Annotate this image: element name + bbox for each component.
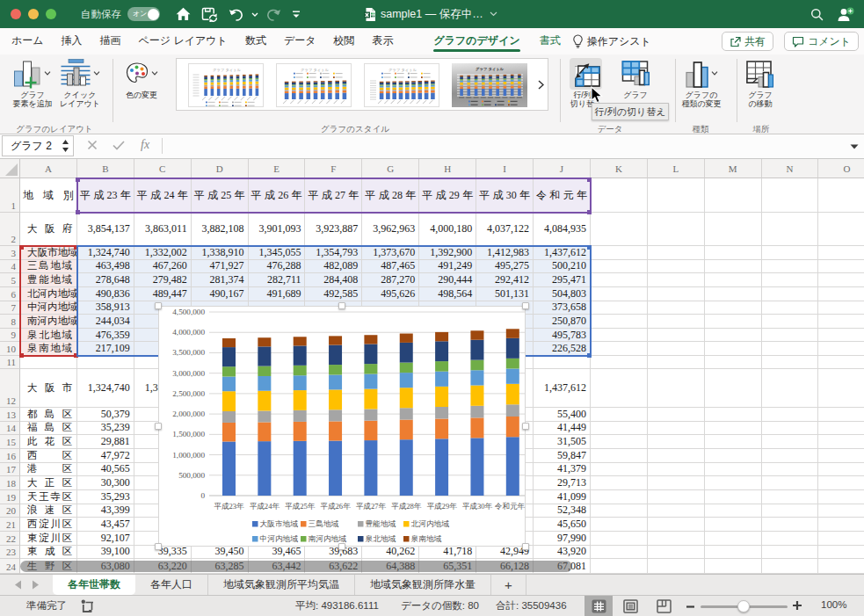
- cell-O22[interactable]: [818, 532, 864, 546]
- row-header-2[interactable]: 2: [0, 213, 20, 246]
- page-layout-view-button[interactable]: [616, 596, 644, 616]
- cell-J18[interactable]: 29,713: [534, 476, 591, 490]
- cell-N1[interactable]: [762, 178, 819, 213]
- cell-M7[interactable]: [705, 301, 762, 315]
- cell-B15[interactable]: 29,881: [77, 435, 134, 449]
- save-icon[interactable]: [196, 4, 223, 25]
- cell-J5[interactable]: 295,471: [534, 273, 591, 287]
- cell-L11[interactable]: [648, 356, 705, 369]
- cell-O17[interactable]: [818, 463, 864, 477]
- cell-K7[interactable]: [591, 301, 648, 315]
- cell-J15[interactable]: 31,505: [534, 435, 591, 449]
- cell-B17[interactable]: 40,565: [77, 463, 134, 477]
- cell-L10[interactable]: [648, 342, 705, 356]
- ribbon-tab-データ[interactable]: データ: [284, 29, 316, 54]
- cell-B2[interactable]: 3,854,137: [77, 213, 134, 246]
- cell-J6[interactable]: 504,803: [534, 287, 591, 301]
- cell-N21[interactable]: [762, 518, 819, 532]
- row-header-18[interactable]: 18: [0, 476, 20, 490]
- cell-O7[interactable]: [818, 301, 864, 315]
- row-header-16[interactable]: 16: [0, 449, 20, 463]
- sheet-tab-各年世帯数[interactable]: 各年世帯数: [53, 575, 135, 595]
- home-icon[interactable]: [171, 4, 196, 25]
- cell-H3[interactable]: 1,392,900: [419, 246, 476, 260]
- cell-B7[interactable]: 358,913: [77, 301, 134, 315]
- column-header-H[interactable]: H: [419, 159, 476, 178]
- zoom-in-icon[interactable]: [793, 601, 802, 610]
- cell-L22[interactable]: [648, 532, 705, 546]
- cell-A7[interactable]: 中河内地域: [20, 301, 77, 315]
- cell-K5[interactable]: [591, 273, 648, 287]
- cell-A8[interactable]: 南河内地域: [20, 315, 77, 329]
- cell-B9[interactable]: 476,359: [77, 329, 134, 343]
- name-box[interactable]: グラフ 2: [2, 135, 74, 156]
- cell-K15[interactable]: [591, 435, 648, 449]
- column-header-G[interactable]: G: [362, 159, 419, 178]
- cell-I5[interactable]: 292,412: [476, 273, 534, 287]
- cell-J19[interactable]: 41,099: [534, 490, 591, 504]
- cell-B5[interactable]: 278,648: [77, 273, 134, 287]
- cell-M13[interactable]: [705, 408, 762, 422]
- cell-M3[interactable]: [705, 246, 762, 260]
- sheet-tab-各年人口[interactable]: 各年人口: [135, 575, 208, 595]
- cell-D3[interactable]: 1,338,910: [192, 246, 249, 260]
- cell-M19[interactable]: [705, 490, 762, 504]
- cell-N8[interactable]: [762, 315, 819, 329]
- cell-A12[interactable]: 大阪市: [20, 369, 77, 409]
- cell-K8[interactable]: [591, 315, 648, 329]
- cell-L17[interactable]: [648, 463, 705, 477]
- embedded-chart[interactable]: 0500,0001,000,0001,500,0002,000,0002,500…: [158, 306, 526, 547]
- cell-O11[interactable]: [818, 356, 864, 369]
- cancel-icon[interactable]: [87, 140, 98, 150]
- undo-dropdown-icon[interactable]: [250, 4, 260, 25]
- ribbon-tab-グラフのデザイン[interactable]: グラフのデザイン: [433, 29, 519, 54]
- cell-D1[interactable]: 平成25年: [192, 178, 249, 213]
- column-header-L[interactable]: L: [648, 159, 705, 178]
- cell-O12[interactable]: [818, 369, 864, 409]
- cell-K2[interactable]: [591, 213, 648, 246]
- column-header-I[interactable]: I: [476, 159, 534, 178]
- insert-function-icon[interactable]: fx: [141, 138, 149, 152]
- cell-C5[interactable]: 279,482: [134, 273, 192, 287]
- cell-H2[interactable]: 4,000,180: [419, 213, 476, 246]
- row-header-20[interactable]: 20: [0, 504, 20, 518]
- cell-K17[interactable]: [591, 463, 648, 477]
- change-colors-button[interactable]: 色の変更: [117, 56, 166, 100]
- row-header-15[interactable]: 15: [0, 435, 20, 449]
- select-all-corner[interactable]: [0, 159, 20, 178]
- cell-L7[interactable]: [648, 301, 705, 315]
- cell-L4[interactable]: [648, 260, 705, 274]
- cell-L14[interactable]: [648, 422, 705, 436]
- cell-A17[interactable]: 港区: [20, 463, 77, 477]
- row-header-14[interactable]: 14: [0, 422, 20, 436]
- cell-K22[interactable]: [591, 532, 648, 546]
- cell-O6[interactable]: [818, 287, 864, 301]
- cell-N6[interactable]: [762, 287, 819, 301]
- cell-K14[interactable]: [591, 422, 648, 436]
- cell-C6[interactable]: 489,447: [134, 287, 192, 301]
- cell-B8[interactable]: 244,034: [77, 315, 134, 329]
- normal-view-button[interactable]: [584, 596, 613, 616]
- row-header-11[interactable]: 11: [0, 356, 20, 369]
- chart-style-1[interactable]: グラフ タイトル: [188, 63, 264, 107]
- cell-O18[interactable]: [818, 476, 864, 490]
- cell-G6[interactable]: 495,626: [362, 287, 419, 301]
- cell-O2[interactable]: [818, 213, 864, 246]
- cell-C3[interactable]: 1,332,002: [134, 246, 192, 260]
- cell-N5[interactable]: [762, 273, 819, 287]
- cell-O15[interactable]: [818, 435, 864, 449]
- cell-J8[interactable]: 250,870: [534, 315, 591, 329]
- cell-J12[interactable]: 1,437,612: [534, 369, 591, 409]
- ribbon-tab-挿入[interactable]: 挿入: [62, 29, 83, 54]
- row-header-13[interactable]: 13: [0, 408, 20, 422]
- cell-L15[interactable]: [648, 435, 705, 449]
- column-header-F[interactable]: F: [305, 159, 362, 178]
- cell-D4[interactable]: 471,927: [192, 260, 249, 274]
- cell-M9[interactable]: [705, 329, 762, 343]
- horizontal-scrollbar-thumb[interactable]: [20, 561, 572, 572]
- column-header-A[interactable]: A: [20, 159, 77, 178]
- cell-N2[interactable]: [762, 213, 819, 246]
- cell-M5[interactable]: [705, 273, 762, 287]
- cell-J14[interactable]: 41,449: [534, 422, 591, 436]
- cell-M15[interactable]: [705, 435, 762, 449]
